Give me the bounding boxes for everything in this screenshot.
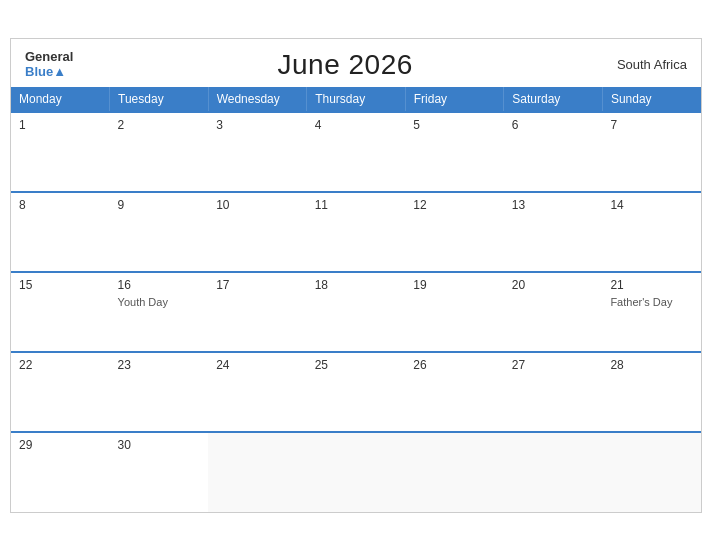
day-cell: 27 — [504, 352, 603, 432]
day-number: 28 — [610, 358, 693, 372]
day-number: 22 — [19, 358, 102, 372]
day-number: 8 — [19, 198, 102, 212]
day-cell: 30 — [110, 432, 209, 512]
logo-blue: Blue▲ — [25, 65, 73, 79]
day-number: 21 — [610, 278, 693, 292]
day-cell: 13 — [504, 192, 603, 272]
calendar: General Blue▲ June 2026 South Africa Mon… — [10, 38, 702, 513]
day-cell: 29 — [11, 432, 110, 512]
day-number: 5 — [413, 118, 496, 132]
day-cell: 19 — [405, 272, 504, 352]
day-number: 20 — [512, 278, 595, 292]
col-tuesday: Tuesday — [110, 87, 209, 112]
day-number: 2 — [118, 118, 201, 132]
day-cell — [307, 432, 406, 512]
col-wednesday: Wednesday — [208, 87, 307, 112]
day-cell: 5 — [405, 112, 504, 192]
calendar-title: June 2026 — [278, 49, 413, 81]
day-cell: 14 — [602, 192, 701, 272]
day-number: 12 — [413, 198, 496, 212]
day-cell: 1 — [11, 112, 110, 192]
day-cell: 25 — [307, 352, 406, 432]
day-number: 4 — [315, 118, 398, 132]
day-cell: 24 — [208, 352, 307, 432]
day-cell: 10 — [208, 192, 307, 272]
col-thursday: Thursday — [307, 87, 406, 112]
day-number: 15 — [19, 278, 102, 292]
day-cell: 7 — [602, 112, 701, 192]
day-event: Youth Day — [118, 296, 168, 308]
col-sunday: Sunday — [602, 87, 701, 112]
logo-text: General Blue▲ — [25, 50, 73, 79]
day-number: 23 — [118, 358, 201, 372]
week-row-4: 22232425262728 — [11, 352, 701, 432]
day-number: 10 — [216, 198, 299, 212]
day-number: 17 — [216, 278, 299, 292]
calendar-grid: Monday Tuesday Wednesday Thursday Friday… — [11, 87, 701, 512]
day-number: 14 — [610, 198, 693, 212]
day-cell: 28 — [602, 352, 701, 432]
day-cell — [504, 432, 603, 512]
week-row-2: 891011121314 — [11, 192, 701, 272]
day-number: 6 — [512, 118, 595, 132]
day-number: 29 — [19, 438, 102, 452]
day-cell: 3 — [208, 112, 307, 192]
day-event: Father's Day — [610, 296, 672, 308]
day-number: 19 — [413, 278, 496, 292]
day-cell: 4 — [307, 112, 406, 192]
day-number: 7 — [610, 118, 693, 132]
col-saturday: Saturday — [504, 87, 603, 112]
day-cell: 12 — [405, 192, 504, 272]
day-number: 11 — [315, 198, 398, 212]
day-number: 25 — [315, 358, 398, 372]
day-cell: 18 — [307, 272, 406, 352]
day-cell: 20 — [504, 272, 603, 352]
day-cell: 16Youth Day — [110, 272, 209, 352]
day-cell: 22 — [11, 352, 110, 432]
day-cell: 26 — [405, 352, 504, 432]
day-cell: 15 — [11, 272, 110, 352]
logo-general: General — [25, 50, 73, 64]
col-monday: Monday — [11, 87, 110, 112]
logo: General Blue▲ — [25, 50, 73, 79]
day-number: 3 — [216, 118, 299, 132]
day-number: 13 — [512, 198, 595, 212]
day-cell — [405, 432, 504, 512]
day-cell: 2 — [110, 112, 209, 192]
calendar-header: General Blue▲ June 2026 South Africa — [11, 39, 701, 87]
day-number: 24 — [216, 358, 299, 372]
day-number: 1 — [19, 118, 102, 132]
day-cell: 21Father's Day — [602, 272, 701, 352]
day-cell: 9 — [110, 192, 209, 272]
day-cell: 6 — [504, 112, 603, 192]
day-number: 30 — [118, 438, 201, 452]
country-label: South Africa — [617, 57, 687, 72]
day-cell — [602, 432, 701, 512]
day-number: 27 — [512, 358, 595, 372]
week-row-1: 1234567 — [11, 112, 701, 192]
week-row-3: 1516Youth Day1718192021Father's Day — [11, 272, 701, 352]
day-number: 16 — [118, 278, 201, 292]
day-cell: 23 — [110, 352, 209, 432]
day-cell: 17 — [208, 272, 307, 352]
day-number: 26 — [413, 358, 496, 372]
day-cell: 11 — [307, 192, 406, 272]
week-row-5: 2930 — [11, 432, 701, 512]
col-friday: Friday — [405, 87, 504, 112]
weekday-header-row: Monday Tuesday Wednesday Thursday Friday… — [11, 87, 701, 112]
day-cell: 8 — [11, 192, 110, 272]
day-number: 9 — [118, 198, 201, 212]
day-cell — [208, 432, 307, 512]
day-number: 18 — [315, 278, 398, 292]
